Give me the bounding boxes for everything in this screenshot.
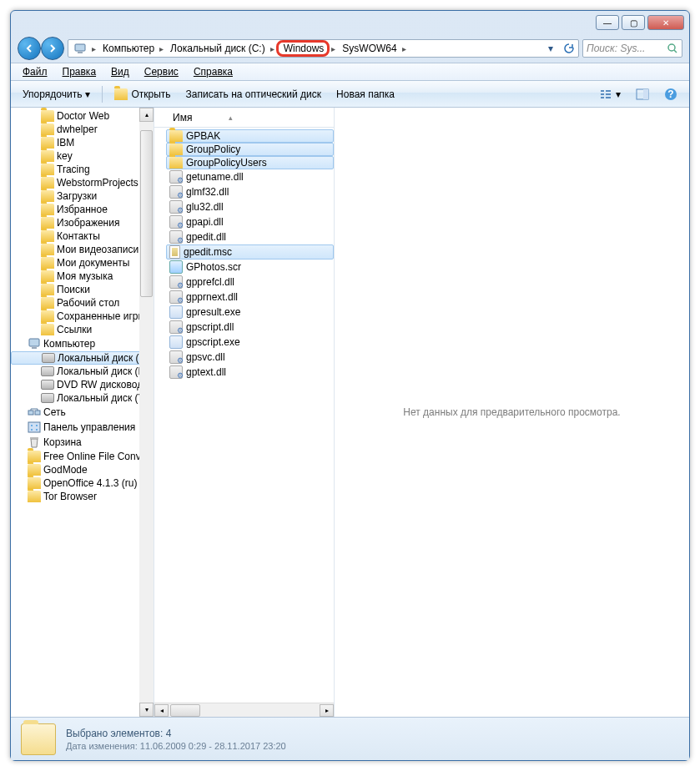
- tree-item[interactable]: dwhelper: [11, 123, 154, 136]
- breadcrumb-root-icon[interactable]: [68, 40, 90, 57]
- chevron-right-icon[interactable]: ▸: [90, 44, 98, 53]
- tree-item[interactable]: Ссылки: [11, 323, 154, 336]
- organize-button[interactable]: Упорядочить ▾: [16, 85, 97, 103]
- breadcrumb-segment-highlighted[interactable]: Windows: [276, 40, 330, 57]
- tree-item[interactable]: Мои документы: [11, 256, 154, 270]
- maximize-button[interactable]: ▢: [622, 15, 645, 30]
- menu-help[interactable]: Справка: [187, 64, 239, 79]
- address-bar[interactable]: ▸ Компьютер ▸ Локальный диск (C:) ▸ Wind…: [68, 39, 579, 58]
- tree-item[interactable]: Doctor Web: [11, 109, 154, 123]
- tree-item[interactable]: WebstormProjects: [11, 176, 154, 189]
- menu-view[interactable]: Вид: [104, 64, 136, 79]
- tree-item[interactable]: Рабочий стол: [11, 296, 154, 310]
- tree-item[interactable]: Загрузки: [11, 189, 154, 203]
- file-name: gpresult.exe: [186, 306, 240, 318]
- scroll-thumb[interactable]: [140, 130, 153, 297]
- tree-scrollbar[interactable]: ▴ ▾: [139, 108, 154, 717]
- file-row[interactable]: GPBAK: [166, 129, 334, 143]
- file-row[interactable]: glmf32.dll: [166, 184, 334, 199]
- file-row[interactable]: gpsvc.dll: [166, 350, 334, 365]
- chevron-down-icon: ▾: [85, 88, 90, 100]
- file-row[interactable]: GPhotos.scr: [166, 260, 334, 275]
- file-name: gpedit.dll: [186, 231, 226, 243]
- tree-item[interactable]: Сеть: [11, 405, 154, 420]
- scroll-thumb[interactable]: [170, 704, 200, 717]
- tree-item[interactable]: Мои видеозаписи: [11, 243, 154, 256]
- svg-rect-1: [78, 52, 83, 53]
- tree-item[interactable]: Компьютер: [11, 336, 154, 351]
- file-row[interactable]: glu32.dll: [166, 199, 334, 214]
- horizontal-scrollbar[interactable]: ◂ ▸: [154, 703, 334, 717]
- breadcrumb-segment[interactable]: SysWOW64: [337, 40, 400, 57]
- refresh-button[interactable]: [560, 40, 578, 57]
- menu-edit[interactable]: Правка: [56, 64, 103, 79]
- file-list-body[interactable]: GPBAKGroupPolicyGroupPolicyUsersgetuname…: [154, 128, 334, 703]
- tree-item[interactable]: Контакты: [11, 229, 154, 243]
- burn-button[interactable]: Записать на оптический диск: [179, 85, 329, 103]
- scroll-left-button[interactable]: ◂: [154, 704, 169, 717]
- file-row[interactable]: getuname.dll: [166, 169, 334, 184]
- file-row[interactable]: gpresult.exe: [166, 305, 334, 320]
- help-button[interactable]: ?: [657, 84, 684, 104]
- tree-item[interactable]: Поиски: [11, 283, 154, 296]
- view-mode-button[interactable]: ▾: [592, 84, 627, 104]
- tree-item[interactable]: Локальный диск (Y:): [11, 391, 154, 405]
- close-button[interactable]: ✕: [647, 15, 684, 30]
- file-row[interactable]: GroupPolicy: [166, 143, 334, 156]
- tree-item[interactable]: Панель управления: [11, 420, 154, 435]
- chevron-right-icon[interactable]: ▸: [158, 44, 165, 53]
- chevron-right-icon[interactable]: ▸: [400, 44, 408, 53]
- file-row[interactable]: gpedit.msc: [166, 244, 334, 260]
- tree-item-label: DVD RW дисковод (: [57, 379, 149, 391]
- preview-pane-button[interactable]: [629, 84, 656, 104]
- file-row[interactable]: gpapi.dll: [166, 214, 334, 229]
- tree-item[interactable]: key: [11, 149, 154, 163]
- svg-rect-14: [32, 347, 37, 349]
- tree-item[interactable]: Tracing: [11, 163, 154, 176]
- titlebar[interactable]: — ▢ ✕: [11, 11, 689, 34]
- tree-item[interactable]: Локальный диск (C:): [11, 351, 154, 365]
- tree-item[interactable]: Tor Browser: [11, 490, 154, 503]
- preview-pane: Нет данных для предварительного просмотр…: [335, 108, 689, 717]
- selection-count: Выбрано элементов: 4: [66, 728, 286, 739]
- file-name: GroupPolicyUsers: [186, 157, 267, 169]
- search-input[interactable]: Поиск: Sys...: [582, 39, 682, 58]
- file-row[interactable]: gpedit.dll: [166, 229, 334, 244]
- file-row[interactable]: gpscript.exe: [166, 335, 334, 350]
- chevron-right-icon[interactable]: ▸: [269, 44, 276, 53]
- tree-item[interactable]: DVD RW дисковод (: [11, 378, 154, 391]
- menubar: Файл Правка Вид Сервис Справка: [11, 63, 689, 81]
- forward-button[interactable]: [41, 37, 64, 60]
- breadcrumb-segment[interactable]: Локальный диск (C:): [165, 40, 269, 57]
- address-dropdown-button[interactable]: ▾: [541, 40, 560, 57]
- scroll-down-button[interactable]: ▾: [139, 703, 154, 717]
- file-name: GPBAK: [186, 130, 220, 142]
- tree-item[interactable]: IBM: [11, 136, 154, 149]
- file-row[interactable]: gpprnext.dll: [166, 290, 334, 305]
- menu-file[interactable]: Файл: [16, 64, 54, 79]
- scroll-right-button[interactable]: ▸: [320, 704, 334, 717]
- tree-item[interactable]: Моя музыка: [11, 270, 154, 283]
- svg-text:?: ?: [667, 88, 673, 100]
- new-folder-button[interactable]: Новая папка: [330, 85, 401, 103]
- tree-item[interactable]: Сохраненные игры: [11, 310, 154, 323]
- svg-rect-8: [606, 97, 611, 98]
- file-row[interactable]: gpprefcl.dll: [166, 275, 334, 290]
- scroll-up-button[interactable]: ▴: [139, 108, 154, 122]
- tree-item[interactable]: Изображения: [11, 216, 154, 229]
- minimize-button[interactable]: —: [596, 15, 619, 30]
- open-button[interactable]: Открыть: [108, 85, 177, 103]
- tree-item[interactable]: Избранное: [11, 203, 154, 216]
- file-row[interactable]: GroupPolicyUsers: [166, 156, 334, 169]
- tree-item-label: Локальный диск (D:): [57, 365, 152, 377]
- chevron-right-icon[interactable]: ▸: [330, 44, 337, 53]
- column-header-name[interactable]: Имя ▴: [154, 108, 334, 128]
- tree-item[interactable]: Локальный диск (D:): [11, 365, 154, 378]
- back-button[interactable]: [18, 37, 41, 60]
- navigation-tree[interactable]: Doctor WebdwhelperIBMkeyTracingWebstormP…: [11, 108, 154, 717]
- menu-tools[interactable]: Сервис: [138, 64, 185, 79]
- selection-modified: Дата изменения: 11.06.2009 0:29 - 28.11.…: [66, 741, 286, 751]
- file-row[interactable]: gptext.dll: [166, 365, 334, 380]
- breadcrumb-segment[interactable]: Компьютер: [98, 40, 158, 57]
- file-row[interactable]: gpscript.dll: [166, 320, 334, 335]
